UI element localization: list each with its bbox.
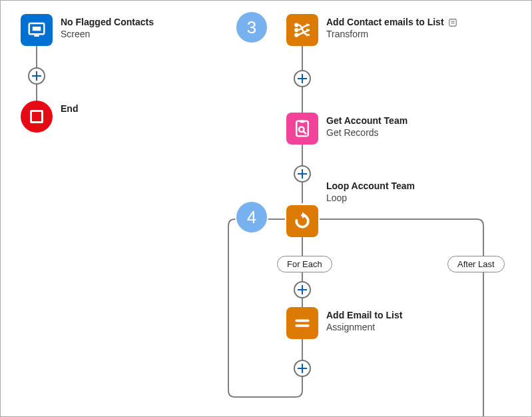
svg-rect-1 bbox=[33, 27, 41, 31]
node-label: Get Account Team Get Records bbox=[326, 113, 407, 139]
node-screen[interactable]: No Flagged Contacts Screen bbox=[21, 14, 154, 46]
screen-icon bbox=[21, 14, 53, 46]
loop-path-afterlast[interactable]: After Last bbox=[447, 256, 505, 272]
add-element-button[interactable] bbox=[294, 281, 311, 298]
node-assignment[interactable]: Add Email to List Assignment bbox=[286, 307, 402, 339]
add-element-button[interactable] bbox=[294, 70, 311, 87]
node-get-records[interactable]: Get Account Team Get Records bbox=[286, 113, 407, 145]
node-label: Add Contact emails to List Transform bbox=[326, 14, 457, 40]
node-label: Loop Account Team Loop bbox=[286, 181, 415, 204]
node-title: Get Account Team bbox=[326, 115, 407, 127]
svg-rect-2 bbox=[34, 35, 39, 37]
transform-icon bbox=[286, 14, 318, 46]
node-end[interactable]: End bbox=[21, 101, 78, 133]
node-transform[interactable]: Add Contact emails to List Transform bbox=[286, 14, 457, 46]
node-label: End bbox=[61, 101, 78, 115]
node-subtitle: Get Records bbox=[326, 127, 407, 139]
loop-icon bbox=[286, 205, 318, 237]
node-title: Add Email to List bbox=[326, 310, 402, 322]
svg-rect-9 bbox=[300, 121, 305, 123]
node-title: No Flagged Contacts bbox=[61, 17, 154, 29]
step-badge-3: 3 bbox=[235, 11, 268, 44]
step-badge-4: 4 bbox=[235, 201, 268, 234]
node-title: Loop Account Team bbox=[326, 181, 415, 193]
node-subtitle: Assignment bbox=[326, 322, 402, 334]
node-label: Add Email to List Assignment bbox=[326, 307, 402, 333]
node-subtitle: Loop bbox=[326, 193, 415, 205]
node-loop[interactable]: Loop Account Team Loop bbox=[286, 181, 415, 237]
node-label: No Flagged Contacts Screen bbox=[61, 14, 154, 40]
flow-canvas[interactable]: No Flagged Contacts Screen End 3 bbox=[0, 0, 532, 417]
assignment-icon bbox=[286, 307, 318, 339]
loop-path-foreach[interactable]: For Each bbox=[277, 256, 332, 272]
node-subtitle: Screen bbox=[61, 29, 154, 41]
node-subtitle: Transform bbox=[326, 29, 457, 41]
add-element-button[interactable] bbox=[294, 360, 311, 377]
svg-line-11 bbox=[304, 131, 306, 133]
get-records-icon bbox=[286, 113, 318, 145]
svg-rect-6 bbox=[449, 19, 456, 27]
end-icon bbox=[21, 101, 53, 133]
description-icon bbox=[448, 18, 457, 27]
node-title: End bbox=[61, 103, 78, 115]
add-element-button[interactable] bbox=[28, 67, 45, 85]
node-title: Add Contact emails to List bbox=[326, 17, 444, 29]
